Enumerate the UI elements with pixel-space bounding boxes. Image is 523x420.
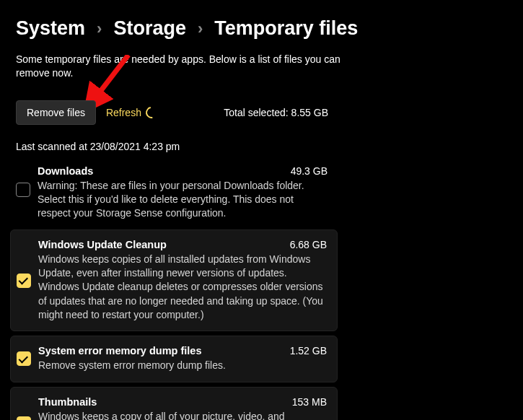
item-title: Windows Update Cleanup [38,239,167,250]
item-size: 6.68 GB [290,239,327,250]
checkbox-thumbnails[interactable] [17,416,31,420]
list-item-windows-update-cleanup[interactable]: Windows Update Cleanup 6.68 GB Windows k… [10,229,338,332]
refresh-button[interactable]: Refresh [106,107,157,118]
item-title: Downloads [38,165,93,177]
checkbox-downloads[interactable] [16,183,30,197]
checkbox-system-error-memory-dump[interactable] [17,351,31,366]
breadcrumb-storage[interactable]: Storage [113,17,186,40]
breadcrumb-system[interactable]: System [16,17,85,40]
last-scanned-label: Last scanned at 23/08/2021 4:23 pm [0,125,523,158]
item-title: System error memory dump files [38,345,201,356]
page-description: Some temporary files are needed by apps.… [0,48,361,80]
item-desc: Windows keeps copies of all installed up… [38,253,327,323]
total-selected-label: Total selected: 8.55 GB [224,107,507,118]
breadcrumb: System › Storage › Temporary files [0,0,523,48]
list-item-system-error-memory-dump[interactable]: System error memory dump files 1.52 GB R… [10,336,338,382]
refresh-icon [144,105,159,121]
remove-files-button[interactable]: Remove files [16,100,96,125]
temp-files-list: Downloads 49.3 GB Warning: These are fil… [0,158,338,420]
list-item-thumbnails[interactable]: Thumbnails 153 MB Windows keeps a copy o… [10,387,338,420]
list-item-downloads[interactable]: Downloads 49.3 GB Warning: These are fil… [10,158,338,229]
item-desc: Windows keeps a copy of all of your pict… [38,410,327,420]
item-desc: Warning: These are files in your persona… [38,179,328,221]
chevron-right-icon: › [198,19,203,38]
item-size: 153 MB [292,396,327,408]
checkbox-windows-update-cleanup[interactable] [17,274,31,288]
item-desc: Remove system error memory dump files. [38,359,327,372]
breadcrumb-temporary-files: Temporary files [214,17,358,40]
chevron-right-icon: › [97,19,102,38]
item-size: 49.3 GB [291,165,328,177]
refresh-label: Refresh [106,107,141,118]
item-size: 1.52 GB [290,345,327,356]
item-title: Thumbnails [38,396,97,408]
